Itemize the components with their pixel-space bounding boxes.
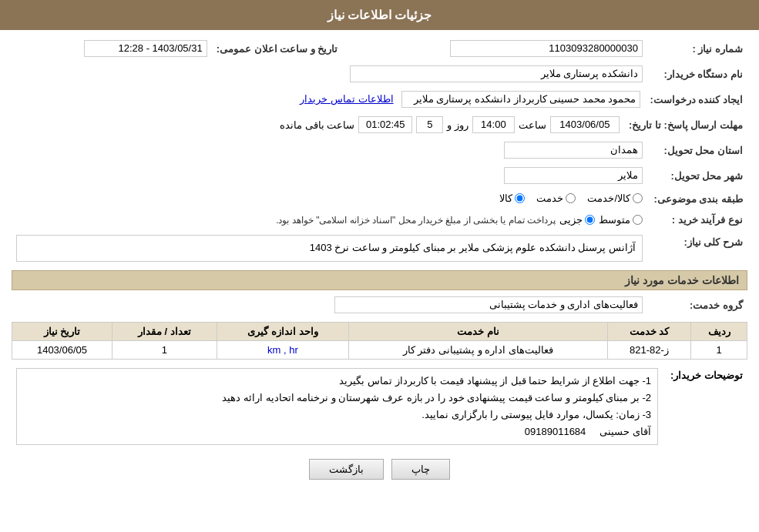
- sharh-table: شرح کلی نیاز: آژانس پرسنل دانشکده علوم پ…: [12, 233, 747, 264]
- cell-kod: ز-82-821: [607, 341, 691, 360]
- tozihat-content: 1- جهت اطلاع از شرایط حتما قبل از پیشنها…: [16, 368, 658, 445]
- tarikh-saat-value: 1403/05/31 - 12:28: [84, 40, 207, 57]
- col-radif: ردیف: [691, 323, 747, 341]
- tabaqe-table: طبقه بندی موضوعی: کالا/خدمت خدمت: [12, 190, 747, 208]
- ijad-table: ایجاد کننده درخواست: محمود محمد حسینی کا…: [12, 89, 747, 110]
- tozihat-outer-table: توضیحات خریدار: 1- جهت اطلاع از شرایط حت…: [12, 366, 747, 447]
- radio-khadamat[interactable]: خدمت: [536, 192, 576, 204]
- rooz-value: 5: [416, 116, 443, 133]
- gorooh-value: فعالیت‌های اداری و خدمات پشتیبانی: [334, 296, 643, 313]
- mohlet-table: مهلت ارسال پاسخ: تا تاریخ: 1403/06/05 سا…: [12, 114, 747, 136]
- radio-kala-khadamat-label: کالا/خدمت: [587, 192, 630, 204]
- tozihat-label: توضیحات خریدار:: [663, 366, 747, 447]
- ijad-label: ایجاد کننده درخواست:: [645, 89, 747, 110]
- tabaqe-radio-group: کالا/خدمت خدمت کالا: [499, 192, 643, 204]
- print-button[interactable]: چاپ: [391, 459, 450, 480]
- shahr-label: شهر محل تحویل:: [647, 165, 747, 186]
- dastgah-table: نام دستگاه خریدار: دانشکده پرستاری ملایر: [12, 63, 747, 85]
- radio-motavaset-input[interactable]: [633, 215, 643, 225]
- ijad-value: محمود محمد حسینی کاربرداز دانشکده پرستار…: [401, 91, 640, 108]
- page-container: جزئیات اطلاعات نیاز شماره نیاز : 1103093…: [0, 0, 759, 532]
- dastgah-value: دانشکده پرستاری ملایر: [350, 65, 643, 82]
- baqi-value: 01:02:45: [358, 116, 412, 133]
- shomara-label: شماره نیاز :: [647, 38, 747, 59]
- contact-link[interactable]: اطلاعات تماس خریدار: [300, 93, 393, 105]
- col-name: نام خدمت: [349, 323, 608, 341]
- radio-kala-khadamat-input[interactable]: [633, 193, 643, 203]
- baqi-label: ساعت باقی مانده: [280, 119, 354, 131]
- col-kod: کد خدمت: [607, 323, 691, 341]
- ostan-value: همدان: [504, 142, 643, 159]
- gorooh-label: گروه خدمت:: [647, 294, 747, 316]
- sharh-label: شرح کلی نیاز:: [647, 233, 747, 264]
- page-title: جزئیات اطلاعات نیاز: [327, 8, 432, 22]
- back-button[interactable]: بازگشت: [309, 459, 384, 480]
- main-content: شماره نیاز : 1103093280000030 تاریخ و سا…: [0, 30, 759, 495]
- gorooh-table: گروه خدمت: فعالیت‌های اداری و خدمات پشتی…: [12, 294, 747, 316]
- col-tarikh: تاریخ نیاز: [12, 323, 113, 341]
- ostan-label: استان محل تحویل:: [647, 139, 747, 161]
- radio-jozi-input[interactable]: [585, 215, 595, 225]
- shahr-table: شهر محل تحویل: ملایر: [12, 165, 747, 186]
- radio-kala-khadamat[interactable]: کالا/خدمت: [587, 192, 643, 204]
- nooe-desc: پرداخت تمام یا بخشی از مبلغ خریدار محل "…: [276, 215, 556, 226]
- cell-tedad: 1: [112, 341, 217, 360]
- mohlet-inputs: 1403/06/05 ساعت 14:00 روز و 5 01:02:45 س…: [16, 116, 620, 133]
- radio-kala-input[interactable]: [515, 193, 525, 203]
- dastgah-label: نام دستگاه خریدار:: [647, 63, 747, 85]
- saat-value: 14:00: [472, 116, 515, 133]
- radio-motavaset-label: متوسط: [599, 214, 630, 226]
- radio-khadamat-input[interactable]: [566, 193, 576, 203]
- khadamat-table: ردیف کد خدمت نام خدمت واحد اندازه گیری ت…: [12, 322, 747, 360]
- top-info-table: شماره نیاز : 1103093280000030 تاریخ و سا…: [12, 38, 747, 59]
- radio-kala-label: کالا: [499, 192, 512, 204]
- col-tedad: تعداد / مقدار: [112, 323, 217, 341]
- mohlet-label: مهلت ارسال پاسخ: تا تاریخ:: [624, 114, 747, 136]
- radio-khadamat-label: خدمت: [536, 192, 563, 204]
- cell-tarikh: 1403/06/05: [12, 341, 113, 360]
- nooe-inputs: متوسط جزیی پرداخت تمام یا بخشی از مبلغ خ…: [16, 214, 643, 226]
- mohlet-tarikh: 1403/06/05: [550, 116, 620, 133]
- tozihat-line-4: آقای حسینی 09189011684: [23, 423, 651, 440]
- shomara-value: 1103093280000030: [450, 40, 643, 57]
- radio-kala[interactable]: کالا: [499, 192, 525, 204]
- ostan-table: استان محل تحویل: همدان: [12, 139, 747, 161]
- radio-jozi[interactable]: جزیی: [559, 214, 595, 226]
- tozihat-line-3: 3- زمان: یکسال، موارد فایل پیوستی را بار…: [23, 407, 651, 423]
- nooe-label: نوع فرآیند خرید :: [647, 212, 747, 228]
- button-row: چاپ بازگشت: [12, 451, 747, 487]
- shahr-value: ملایر: [504, 167, 643, 184]
- rooz-label: روز و: [447, 119, 468, 131]
- sharh-value: آژانس پرسنل دانشکده علوم پزشکی ملایر بر …: [16, 235, 643, 262]
- tabaqe-label: طبقه بندی موضوعی:: [647, 190, 747, 208]
- page-header: جزئیات اطلاعات نیاز: [0, 0, 759, 30]
- tozihat-line-2: 2- بر مبنای کیلومتر و ساعت قیمت پیشنهادی…: [23, 390, 651, 407]
- khadamat-section-title: اطلاعات خدمات مورد نیاز: [12, 270, 747, 290]
- cell-radif: 1: [691, 341, 747, 360]
- nooe-table: نوع فرآیند خرید : متوسط جزیی پرداخت تمام…: [12, 212, 747, 228]
- radio-jozi-label: جزیی: [559, 214, 583, 226]
- cell-name: فعالیت‌های اداره و پشتیبانی دفتر کار: [349, 341, 608, 360]
- cell-vahed: km , hr: [217, 341, 348, 360]
- col-vahed: واحد اندازه گیری: [217, 323, 348, 341]
- table-row: 1 ز-82-821 فعالیت‌های اداره و پشتیبانی د…: [12, 341, 747, 360]
- saat-label: ساعت: [519, 119, 546, 131]
- radio-motavaset[interactable]: متوسط: [599, 214, 643, 226]
- tarikh-saat-label: تاریخ و ساعت اعلان عمومی:: [212, 38, 343, 59]
- tozihat-line-1: 1- جهت اطلاع از شرایط حتما قبل از پیشنها…: [23, 373, 651, 390]
